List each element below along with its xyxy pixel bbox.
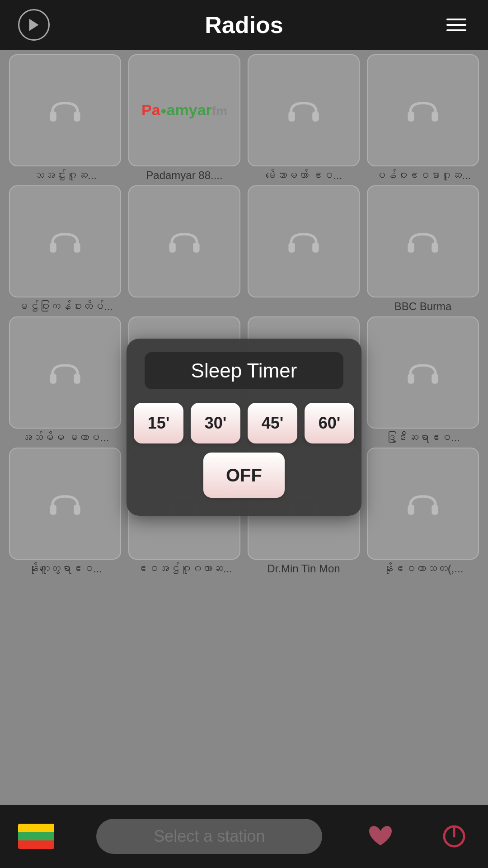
svg-rect-24 (74, 505, 80, 514)
svg-rect-7 (50, 242, 56, 252)
card-col-r5: မဌ်ဝးကြန်ဝးတိပ်... (9, 185, 121, 313)
card-col-r6 (128, 185, 240, 313)
cards-row-1: သအဌ်းဂူဆ... Paamyarfm Padamyar 88.... မိ… (9, 54, 479, 182)
radio-tile-r12[interactable] (367, 316, 479, 429)
radio-tile-r9[interactable] (9, 316, 121, 429)
tile-label-r9: အသ်မိမ မဟာပ... (21, 431, 109, 444)
card-col-r4: ပန်ဝးဧဝမာဂူဆ... (367, 54, 479, 182)
timer-off-button[interactable]: OFF (203, 453, 285, 498)
tile-label-r4: ပန်ဝးဧဝမာဂူဆ... (375, 169, 471, 182)
svg-rect-15 (50, 373, 56, 383)
app-header: Radios (0, 0, 488, 50)
tile-label-r16: နိုးဧဝဟာသတ(,... (383, 562, 464, 575)
svg-rect-16 (74, 373, 80, 383)
modal-title-bar: Sleep Timer (145, 352, 343, 389)
radio-tile-r6[interactable] (128, 185, 240, 297)
svg-rect-13 (408, 242, 414, 252)
card-col-r13: နိုးကူတွေရာဧဝ... (9, 448, 121, 575)
tile-label-r13: နိုးကူတွေရာဧဝ... (28, 562, 102, 575)
play-button[interactable] (18, 9, 50, 41)
card-col-r12: ဒွေ့ဒြီးဆရာဧဝ... (367, 316, 479, 444)
page-title: Radios (205, 11, 283, 38)
card-col-r8: BBC Burma (367, 185, 479, 313)
timer-45-button[interactable]: 45' (248, 403, 297, 443)
tile-label-r15: Dr.Min Tin Mon (267, 562, 340, 575)
svg-rect-30 (432, 505, 438, 514)
card-col-r3: မိဘောမတ်ာ ဧဝ... (248, 54, 360, 182)
svg-rect-14 (432, 242, 438, 252)
svg-rect-11 (288, 242, 295, 252)
tile-label-r14: ဧဝအဌ်ဂူဂလာဆ... (136, 562, 232, 575)
card-col-r7 (248, 185, 360, 313)
card-col-r1: သအဌ်းဂူဆ... (9, 54, 121, 182)
svg-rect-29 (408, 505, 414, 514)
radio-tile-r2[interactable]: Paamyarfm (128, 54, 240, 166)
radio-tile-r4[interactable] (367, 54, 479, 166)
svg-rect-10 (193, 242, 199, 252)
svg-marker-0 (29, 19, 39, 31)
tile-label-r1: သအဌ်းဂူဆ... (33, 169, 97, 182)
modal-title: Sleep Timer (191, 359, 297, 382)
power-button[interactable] (438, 821, 470, 852)
timer-60-button[interactable]: 60' (305, 403, 354, 443)
svg-rect-2 (74, 111, 80, 121)
svg-rect-21 (408, 373, 414, 383)
cards-row-2: မဌ်ဝးကြန်ဝးတိပ်... (9, 185, 479, 313)
svg-rect-12 (312, 242, 319, 252)
svg-rect-22 (432, 373, 438, 383)
tile-label-r8: BBC Burma (394, 300, 452, 313)
svg-rect-5 (408, 111, 414, 121)
tile-label-r3: မိဘောမတ်ာ ဧဝ... (265, 169, 343, 182)
svg-rect-8 (74, 242, 80, 252)
card-col-r2: Paamyarfm Padamyar 88.... (128, 54, 240, 182)
radio-tile-r7[interactable] (248, 185, 360, 297)
tile-label-r5: မဌ်ဝးကြန်ဝးတိပ်... (17, 300, 113, 313)
myanmar-flag-icon[interactable] (18, 824, 54, 849)
svg-rect-23 (50, 505, 56, 514)
select-station-input[interactable] (96, 819, 322, 854)
timer-15-button[interactable]: 15' (134, 403, 183, 443)
radio-tile-r13[interactable] (9, 448, 121, 560)
svg-rect-4 (312, 111, 319, 121)
svg-rect-9 (169, 242, 175, 252)
radio-tile-r1[interactable] (9, 54, 121, 166)
svg-rect-3 (288, 111, 295, 121)
radio-tile-r8[interactable] (367, 185, 479, 297)
bottom-bar (0, 805, 488, 868)
svg-rect-6 (432, 111, 438, 121)
menu-button[interactable] (443, 15, 470, 35)
timer-buttons-group: 15' 30' 45' 60' (134, 403, 354, 443)
tile-label-r2: Padamyar 88.... (146, 169, 222, 182)
padamyar-logo: Paamyarfm (141, 102, 227, 118)
radio-tile-r16[interactable] (367, 448, 479, 560)
sleep-timer-modal: Sleep Timer 15' 30' 45' 60' OFF (127, 339, 361, 516)
timer-30-button[interactable]: 30' (191, 403, 240, 443)
radio-tile-r5[interactable] (9, 185, 121, 297)
card-col-r9: အသ်မိမ မဟာပ... (9, 316, 121, 444)
favorites-button[interactable] (365, 821, 396, 852)
card-col-r16: နိုးဧဝဟာသတ(,... (367, 448, 479, 575)
svg-rect-1 (50, 111, 56, 121)
tile-label-r12: ဒွေ့ဒြီးဆရာဧဝ... (386, 431, 460, 444)
radio-tile-r3[interactable] (248, 54, 360, 166)
